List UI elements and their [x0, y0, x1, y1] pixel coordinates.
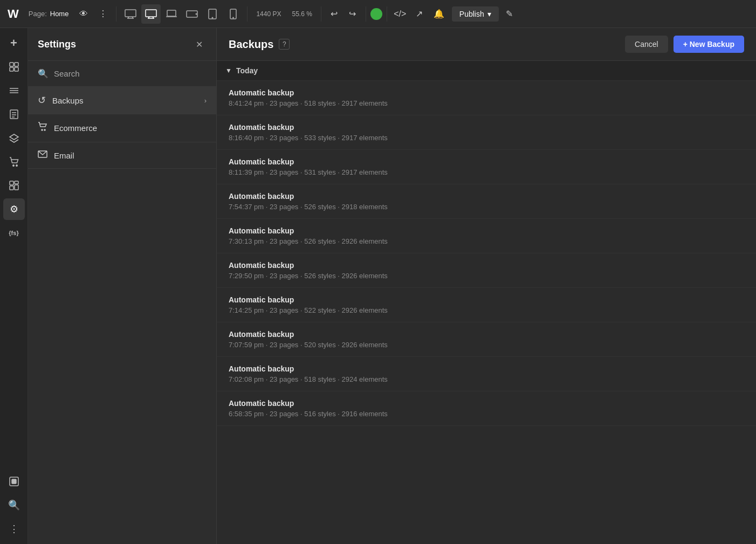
settings-search-icon: 🔍 [38, 68, 49, 79]
backup-item-title-9: Automatic backup [229, 399, 744, 408]
canvas-zoom: 55.6 % [292, 10, 312, 18]
topbar: W Page: Home 👁 ⋮ 1440 PX 55.6 % ↩ ↪ [0, 0, 756, 28]
more-bottom-button[interactable]: ⋮ [3, 518, 25, 540]
menu-item-backups[interactable]: ↺ Backups › [28, 87, 216, 114]
svg-rect-32 [15, 185, 18, 190]
backup-item-title-6: Automatic backup [229, 295, 744, 304]
user-icon[interactable]: 🔔 [430, 5, 448, 23]
backup-item-meta-3: 7:54:37 pm · 23 pages · 526 styles · 291… [229, 203, 744, 211]
navigator-button[interactable] [3, 80, 25, 101]
backup-item-title-3: Automatic backup [229, 192, 744, 201]
new-backup-button[interactable]: + New Backup [673, 36, 744, 53]
pages-button[interactable] [3, 104, 25, 125]
backup-item-4[interactable]: Automatic backup 7:30:13 pm · 23 pages ·… [217, 219, 756, 253]
ecommerce-button[interactable] [3, 151, 25, 173]
redo-button[interactable]: ↪ [344, 5, 361, 23]
add-element-button[interactable]: + [3, 32, 25, 54]
email-icon [38, 150, 47, 161]
svg-point-36 [44, 129, 45, 130]
backups-arrow-icon: › [204, 97, 207, 105]
backup-item-6[interactable]: Automatic backup 7:14:25 pm · 23 pages ·… [217, 288, 756, 322]
backup-item-7[interactable]: Automatic backup 7:07:59 pm · 23 pages ·… [217, 322, 756, 357]
backup-item-title-7: Automatic backup [229, 330, 744, 339]
page-name: Home [50, 10, 69, 18]
divider-3 [321, 6, 321, 22]
settings-search-text: Search [54, 69, 80, 78]
divider-1 [116, 6, 116, 22]
svg-rect-18 [15, 67, 18, 71]
undo-button[interactable]: ↩ [326, 5, 343, 23]
settings-button[interactable]: ⚙ [3, 198, 25, 220]
publish-chevron-icon: ▾ [487, 10, 491, 18]
svg-rect-34 [12, 479, 16, 484]
backup-item-meta-1: 8:16:40 pm · 23 pages · 533 styles · 291… [229, 134, 744, 142]
ecommerce-icon [38, 122, 47, 134]
backups-help-button[interactable]: ? [279, 39, 290, 50]
backup-item-title-1: Automatic backup [229, 123, 744, 132]
share-icon[interactable]: ↗ [411, 5, 428, 23]
menu-item-ecommerce-label: Ecommerce [54, 123, 207, 133]
device-monitor[interactable] [141, 4, 161, 24]
components-button[interactable] [3, 56, 25, 78]
save-status-dot [370, 8, 382, 20]
assets-button[interactable] [3, 175, 25, 196]
backups-title-row: Backups ? [229, 38, 290, 51]
svg-point-12 [212, 17, 214, 18]
svg-rect-15 [10, 63, 13, 66]
more-options-icon[interactable]: ⋮ [94, 5, 112, 23]
backups-header: Backups ? Cancel + New Backup [217, 28, 756, 61]
svg-rect-0 [125, 10, 136, 17]
backup-item-1[interactable]: Automatic backup 8:16:40 pm · 23 pages ·… [217, 115, 756, 150]
backups-title: Backups [229, 38, 273, 51]
page-label: Page: [29, 10, 47, 18]
backups-group-today[interactable]: ▼ Today [217, 61, 756, 81]
backup-item-title-2: Automatic backup [229, 157, 744, 166]
publish-button[interactable]: Publish ▾ [452, 6, 499, 22]
backup-item-9[interactable]: Automatic backup 6:58:35 pm · 23 pages ·… [217, 391, 756, 426]
divider-4 [366, 6, 366, 22]
code-editor-icon[interactable]: </> [391, 5, 409, 23]
icon-sidebar: + ⚙ {fs} 🔍 ⋮ [0, 28, 28, 544]
backup-item-meta-7: 7:07:59 pm · 23 pages · 520 styles · 292… [229, 341, 744, 349]
divider-5 [387, 6, 387, 22]
menu-item-email[interactable]: Email [28, 142, 216, 169]
backup-item-meta-9: 6:58:35 pm · 23 pages · 516 styles · 291… [229, 410, 744, 418]
svg-point-14 [233, 17, 233, 18]
settings-search[interactable]: 🔍 Search [28, 61, 216, 87]
eye-icon[interactable]: 👁 [75, 5, 92, 23]
menu-item-email-label: Email [54, 151, 207, 160]
svg-point-35 [42, 129, 43, 130]
preview-button[interactable] [3, 471, 25, 492]
cancel-button[interactable]: Cancel [625, 36, 668, 53]
search-bottom-button[interactable]: 🔍 [3, 494, 25, 516]
backup-item-5[interactable]: Automatic backup 7:29:50 pm · 23 pages ·… [217, 253, 756, 288]
backup-item-title-0: Automatic backup [229, 88, 744, 97]
device-laptop[interactable] [162, 4, 181, 24]
svg-point-27 [12, 165, 13, 166]
publish-label: Publish [459, 10, 484, 18]
backup-item-meta-0: 8:41:24 pm · 23 pages · 518 styles · 291… [229, 99, 744, 107]
backups-list: ▼ Today Automatic backup 8:41:24 pm · 23… [217, 61, 756, 544]
menu-item-ecommerce[interactable]: Ecommerce [28, 114, 216, 142]
app-logo[interactable]: W [4, 7, 22, 21]
backup-item-title-4: Automatic backup [229, 226, 744, 235]
backups-actions: Cancel + New Backup [625, 36, 744, 53]
settings-menu: ↺ Backups › Ecommerce Email [28, 87, 216, 169]
settings-close-button[interactable]: ✕ [191, 37, 207, 52]
device-tablet-landscape[interactable] [182, 4, 202, 24]
backup-item-3[interactable]: Automatic backup 7:54:37 pm · 23 pages ·… [217, 184, 756, 219]
custom-code-button[interactable]: {fs} [3, 222, 25, 244]
device-monitor-large[interactable] [121, 4, 140, 24]
backup-item-meta-6: 7:14:25 pm · 23 pages · 522 styles · 292… [229, 306, 744, 314]
edit-icon[interactable]: ✎ [501, 5, 518, 23]
svg-rect-31 [10, 186, 13, 190]
device-tablet[interactable] [203, 4, 222, 24]
backup-item-title-5: Automatic backup [229, 261, 744, 270]
backup-item-title-8: Automatic backup [229, 364, 744, 373]
device-mobile[interactable] [223, 4, 243, 24]
backup-item-0[interactable]: Automatic backup 8:41:24 pm · 23 pages ·… [217, 81, 756, 115]
backup-item-2[interactable]: Automatic backup 8:11:39 pm · 23 pages ·… [217, 150, 756, 184]
svg-rect-17 [10, 67, 13, 71]
layers-button[interactable] [3, 127, 25, 149]
backup-item-8[interactable]: Automatic backup 7:02:08 pm · 23 pages ·… [217, 357, 756, 391]
